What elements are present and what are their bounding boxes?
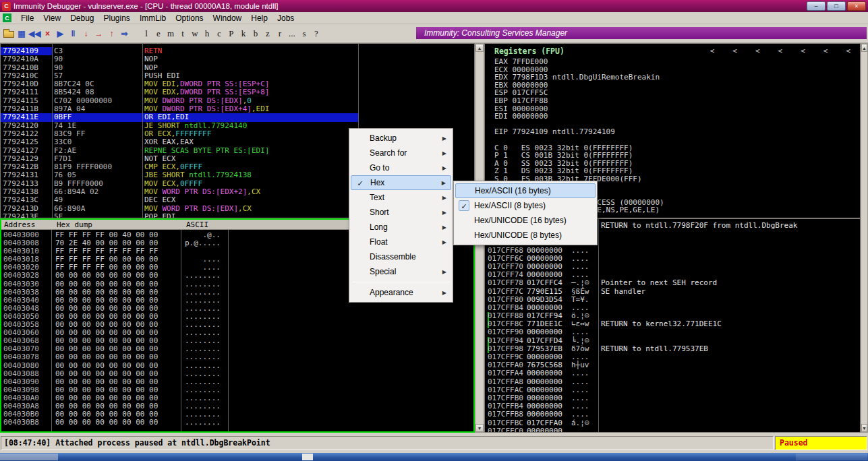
submenu-arrow-icon: ▶ <box>442 286 446 301</box>
toolbar-letter-r[interactable]: r <box>274 27 285 40</box>
hexdump-row[interactable]: 004030B800 00 00 00 00 00 00 00........ <box>1 419 473 427</box>
menu-item-hex[interactable]: ✓Hex▶ <box>351 175 451 190</box>
stack-row[interactable]: 017CFFC000000000.... <box>488 427 860 433</box>
toolbar-letter-b[interactable]: b <box>250 27 261 40</box>
menubar-item-immlib[interactable]: ImmLib <box>135 13 171 24</box>
toolbar-letter-c[interactable]: c <box>213 27 225 40</box>
toolbar-letter-P[interactable]: P <box>225 27 237 40</box>
register-row[interactable]: EIP 77924109 ntdll.77924109 <box>494 128 859 136</box>
register-row[interactable]: EBP 017CFF88 <box>494 97 859 105</box>
toolbar-letter-help[interactable]: ? <box>310 27 322 40</box>
pane-chevron-icon[interactable]: < <box>846 47 850 55</box>
open-file-icon[interactable] <box>3 27 15 40</box>
stack-row[interactable]: 017CFF94017CFFD4╘.¦☺ <box>488 337 860 345</box>
pane-chevron-icon[interactable]: < <box>710 47 715 55</box>
menu-item-float[interactable]: Float▶ <box>351 235 451 249</box>
register-row[interactable]: EAX 7FFDE000 <box>494 58 859 66</box>
taskbar[interactable] <box>0 453 868 461</box>
disasm-row[interactable]: 77924127F2:AEREPNE SCAS BYTE PTR ES:[EDI… <box>1 147 358 155</box>
register-row[interactable]: P 1 CS 001B 32bit 0(FFFFFFFF) <box>494 152 859 160</box>
pane-chevron-icon[interactable]: < <box>801 47 805 55</box>
menu-item-search-for[interactable]: Search for▶ <box>351 146 451 160</box>
toolbar-letter-z[interactable]: z <box>262 27 273 40</box>
register-row[interactable]: EDI 00000000 <box>494 113 859 121</box>
submenu-item-hex-ascii-8-bytes[interactable]: ✓Hex/ASCII (8 bytes) <box>455 198 596 213</box>
stack-row[interactable]: 017CFF78017CFFC4─.¦☺Pointer to next SEH … <box>488 279 860 287</box>
toolbar-letter-t[interactable]: t <box>177 27 188 40</box>
immunity-logo-icon[interactable]: C <box>3 13 11 22</box>
hexdump-scrollbar[interactable]: ▲ ▼ <box>475 218 484 433</box>
go-to-address-icon[interactable]: ⇒ <box>118 27 130 40</box>
scroll-down-icon[interactable]: ▼ <box>861 424 867 432</box>
submenu-item-hex-unicode-16-bytes[interactable]: Hex/UNICODE (16 bytes) <box>455 213 596 228</box>
toolbar-letter-h[interactable]: h <box>201 27 212 40</box>
menu-item-go-to[interactable]: Go to▶ <box>351 160 451 175</box>
hexdump-row[interactable]: 0040307800 00 00 00 00 00 00 00........ <box>1 353 473 361</box>
menubar-item-help[interactable]: Help <box>246 13 272 24</box>
menu-item-backup[interactable]: Backup▶ <box>351 131 451 146</box>
restart-icon[interactable]: ◀◀ <box>28 27 40 40</box>
pause-icon[interactable]: ‖ <box>67 27 79 40</box>
toolbar-letter-s[interactable]: s <box>298 27 310 40</box>
stack-row[interactable]: 017CFF6800000000.... <box>488 247 860 255</box>
stack-row[interactable]: 017CFF9000000000.... <box>488 328 860 336</box>
stack-row[interactable]: 017CFF7C7790E115§ßÉwSE handler <box>488 288 860 296</box>
menu-item-text[interactable]: Text▶ <box>351 190 451 205</box>
maximize-button[interactable]: □ <box>827 1 846 11</box>
menubar-item-debug[interactable]: Debug <box>65 13 98 24</box>
pane-chevron-icon[interactable]: < <box>823 47 828 55</box>
hexdump-row[interactable]: 0040308800 00 00 00 00 00 00 00........ <box>1 370 473 378</box>
toolbar-letter-m[interactable]: m <box>165 27 176 40</box>
execute-till-return-icon[interactable]: ↑ <box>105 27 117 40</box>
submenu-item-hex-ascii-16-bytes[interactable]: Hex/ASCII (16 bytes) <box>455 183 596 198</box>
menubar-item-options[interactable]: Options <box>171 13 208 24</box>
stack-row[interactable]: 017CFFA400000000.... <box>488 369 860 377</box>
stack-row[interactable]: 017CFFBC017CFFA0á.¦☺ <box>488 419 860 427</box>
submenu-item-hex-unicode-8-bytes[interactable]: Hex/UNICODE (8 bytes) <box>455 228 596 243</box>
menu-item-disassemble[interactable]: Disassemble <box>351 249 451 264</box>
step-over-icon[interactable]: → <box>92 27 105 40</box>
step-into-icon[interactable]: ↓ <box>80 27 92 40</box>
register-row[interactable]: ESP 017CFF5C <box>494 89 859 97</box>
disasm-row[interactable]: 7792410A90NOP <box>1 55 358 63</box>
menu-item-special[interactable]: Special▶ <box>351 264 451 279</box>
hexdump-row[interactable]: 0040309000 00 00 00 00 00 00 00........ <box>1 378 473 386</box>
close-program-icon[interactable]: × <box>41 27 53 40</box>
attach-process-icon[interactable]: ▦ <box>16 27 28 40</box>
pane-chevron-icon[interactable]: < <box>755 47 760 55</box>
pane-chevron-icon[interactable]: < <box>778 47 783 55</box>
register-row[interactable]: EDX 7798F1D3 ntdll.DbgUiRemoteBreakin <box>494 73 859 82</box>
stack-scrollbar[interactable]: ▲ ▼ <box>861 43 868 433</box>
taskbar-tray[interactable] <box>796 454 867 460</box>
toolbar-letter-k[interactable]: k <box>237 27 249 40</box>
toolbar-letter-l[interactable]: l <box>140 27 152 40</box>
stack-row[interactable]: 017CFFB800000000.... <box>488 410 860 419</box>
scroll-down-icon[interactable]: ▼ <box>475 424 484 432</box>
stack-row[interactable]: 017CFFA800000000.... <box>488 378 860 386</box>
hexdump-row[interactable]: 0040308000 00 00 00 00 00 00 00........ <box>1 362 473 370</box>
register-row[interactable]: ESI 00000000 <box>494 105 859 113</box>
minimize-button[interactable]: – <box>807 1 826 11</box>
toolbar-letter-w[interactable]: w <box>189 27 200 40</box>
menubar-item-view[interactable]: View <box>38 13 65 24</box>
scroll-up-icon[interactable]: ▲ <box>861 44 867 52</box>
hexdump-ascii: ........ <box>181 370 221 378</box>
menubar-item-file[interactable]: File <box>16 13 38 24</box>
taskbar-item[interactable] <box>302 454 313 460</box>
menu-item-appearance[interactable]: Appearance▶ <box>351 285 451 300</box>
toolbar-letter-e[interactable]: e <box>152 27 164 40</box>
toolbar-letter-dots[interactable]: ... <box>286 27 297 40</box>
hexdump-bytes: 00 00 00 00 00 00 00 00 <box>53 378 181 386</box>
disasm-row[interactable]: 7792413F5FPOP EDI <box>1 213 358 218</box>
run-icon[interactable]: ▶ <box>54 27 66 40</box>
close-button[interactable]: × <box>847 1 866 11</box>
menubar-item-plugins[interactable]: Plugins <box>99 13 135 24</box>
menubar-item-window[interactable]: Window <box>208 13 247 24</box>
menubar-item-jobs[interactable]: Jobs <box>272 13 299 24</box>
scroll-up-icon[interactable]: ▲ <box>475 44 484 52</box>
taskbar-item[interactable] <box>0 454 58 460</box>
menu-item-long[interactable]: Long▶ <box>351 220 451 235</box>
menu-item-short[interactable]: Short▶ <box>351 205 451 220</box>
pane-chevron-icon[interactable]: < <box>732 47 737 55</box>
register-row[interactable]: EBX 00000000 <box>494 82 859 90</box>
